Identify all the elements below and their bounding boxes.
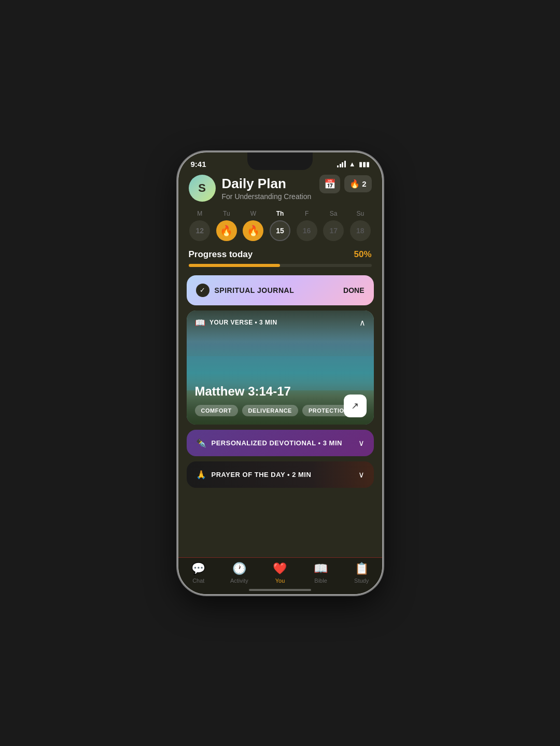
prayer-left: 🙏 PRAYER OF THE DAY • 2 MIN <box>196 470 312 480</box>
verse-tag-protection[interactable]: PROTECTION <box>302 405 355 416</box>
header: S Daily Plan For Understanding Creation … <box>178 171 382 208</box>
verse-label-text: YOUR VERSE • 3 MIN <box>209 319 277 326</box>
devotional-card[interactable]: ✒️ PERSONALIZED DEVOTIONAL • 3 MIN ∨ <box>187 430 374 456</box>
streak-button[interactable]: 🔥 2 <box>344 175 371 192</box>
status-icons: ▲ ▮▮▮ <box>337 160 369 168</box>
verse-reference: Matthew 3:14-17 <box>195 384 366 399</box>
progress-bar-fill <box>189 264 281 267</box>
battery-icon: ▮▮▮ <box>359 160 370 168</box>
progress-section: Progress today 50% <box>178 245 382 273</box>
verse-card[interactable]: 📖 YOUR VERSE • 3 MIN ∧ Matthew 3:14-17 C… <box>187 311 374 425</box>
home-indicator <box>249 589 311 591</box>
you-icon: ❤️ <box>273 562 287 575</box>
day-label-f: F <box>305 210 309 217</box>
prayer-icon: 🙏 <box>196 470 206 480</box>
nav-item-chat[interactable]: 💬 Chat <box>178 562 219 584</box>
verse-label: 📖 YOUR VERSE • 3 MIN <box>195 318 277 328</box>
signal-icon <box>337 161 346 167</box>
wifi-icon: ▲ <box>349 160 356 168</box>
verse-tags: COMFORT DELIVERANCE PROTECTION <box>195 405 366 416</box>
day-monday[interactable]: M 12 <box>187 210 214 241</box>
day-circle-w: 🔥 <box>243 220 263 241</box>
verse-bottom: Matthew 3:14-17 COMFORT DELIVERANCE PROT… <box>195 384 366 416</box>
progress-bar <box>189 264 372 267</box>
day-circle-17: 17 <box>323 220 344 241</box>
day-label-tu: Tu <box>223 210 230 217</box>
journal-card[interactable]: ✓ SPIRITUAL JOURNAL DONE <box>187 275 374 305</box>
progress-header: Progress today 50% <box>189 249 372 260</box>
page-subtitle: For Understanding Creation <box>222 192 312 201</box>
header-left: S Daily Plan For Understanding Creation <box>189 175 312 202</box>
devotional-title: PERSONALIZED DEVOTIONAL • 3 MIN <box>212 439 342 447</box>
verse-content: 📖 YOUR VERSE • 3 MIN ∧ Matthew 3:14-17 C… <box>187 311 374 425</box>
week-strip: M 12 Tu 🔥 W 🔥 Th 15 F 16 Sa 17 <box>178 208 382 245</box>
chevron-up-icon[interactable]: ∧ <box>359 318 366 328</box>
avatar[interactable]: S <box>189 175 216 202</box>
bible-icon: 📖 <box>314 562 328 575</box>
nav-label-activity: Activity <box>230 578 248 584</box>
nav-label-study: Study <box>354 578 369 584</box>
flame-icon: 🔥 <box>349 179 360 189</box>
book-icon: 📖 <box>195 318 206 328</box>
page-title: Daily Plan <box>222 176 312 192</box>
day-circle-16: 16 <box>297 220 317 241</box>
verse-tag-deliverance[interactable]: DELIVERANCE <box>242 405 298 416</box>
journal-left: ✓ SPIRITUAL JOURNAL <box>196 284 295 297</box>
done-label: DONE <box>343 286 364 294</box>
progress-percent: 50% <box>354 249 371 260</box>
journal-title: SPIRITUAL JOURNAL <box>215 286 295 294</box>
prayer-chevron-icon[interactable]: ∨ <box>358 470 365 480</box>
day-circle-12: 12 <box>189 220 210 241</box>
nav-label-you: You <box>275 578 285 584</box>
day-label-su: Su <box>356 210 364 217</box>
nav-item-activity[interactable]: 🕐 Activity <box>219 562 260 584</box>
devotional-left: ✒️ PERSONALIZED DEVOTIONAL • 3 MIN <box>196 438 342 448</box>
pen-icon: ✒️ <box>196 438 206 448</box>
day-label-w: W <box>250 210 256 217</box>
day-wednesday[interactable]: W 🔥 <box>240 210 267 241</box>
day-label-th: Th <box>276 210 284 217</box>
nav-item-study[interactable]: 📋 Study <box>341 562 382 584</box>
phone-screen: 9:41 ▲ ▮▮▮ S Daily Plan For Understandin… <box>178 152 382 594</box>
nav-item-bible[interactable]: 📖 Bible <box>300 562 341 584</box>
prayer-title: PRAYER OF THE DAY • 2 MIN <box>212 471 312 478</box>
activity-icon: 🕐 <box>232 562 246 575</box>
nav-label-chat: Chat <box>192 578 204 584</box>
streak-count: 2 <box>362 179 366 188</box>
day-sunday[interactable]: Su 18 <box>347 210 374 241</box>
header-text: Daily Plan For Understanding Creation <box>222 176 312 201</box>
header-right: 📅 🔥 2 <box>319 175 371 193</box>
nav-label-bible: Bible <box>314 578 327 584</box>
notch <box>247 152 313 170</box>
scroll-content[interactable]: ✓ SPIRITUAL JOURNAL DONE 📖 <box>178 273 382 557</box>
calendar-button[interactable]: 📅 <box>319 175 340 193</box>
study-icon: 📋 <box>355 562 369 575</box>
day-saturday[interactable]: Sa 17 <box>320 210 347 241</box>
prayer-card[interactable]: 🙏 PRAYER OF THE DAY • 2 MIN ∨ <box>187 461 374 488</box>
day-circle-15: 15 <box>270 220 290 241</box>
day-circle-18: 18 <box>350 220 371 241</box>
day-label-sa: Sa <box>330 210 338 217</box>
phone-frame: 9:41 ▲ ▮▮▮ S Daily Plan For Understandin… <box>178 152 382 594</box>
prayer-background <box>312 461 374 488</box>
check-icon: ✓ <box>196 284 209 297</box>
day-friday[interactable]: F 16 <box>293 210 320 241</box>
devotional-chevron-icon[interactable]: ∨ <box>358 438 365 448</box>
day-label-m: M <box>197 210 202 217</box>
day-thursday[interactable]: Th 15 <box>267 210 293 241</box>
verse-header: 📖 YOUR VERSE • 3 MIN ∧ <box>195 318 366 328</box>
nav-item-you[interactable]: ❤️ You <box>260 562 301 584</box>
progress-label: Progress today <box>189 249 253 260</box>
day-tuesday[interactable]: Tu 🔥 <box>213 210 240 241</box>
status-time: 9:41 <box>191 160 206 168</box>
day-circle-tu: 🔥 <box>216 220 237 241</box>
verse-tag-comfort[interactable]: COMFORT <box>195 405 238 416</box>
chat-icon: 💬 <box>191 562 205 575</box>
